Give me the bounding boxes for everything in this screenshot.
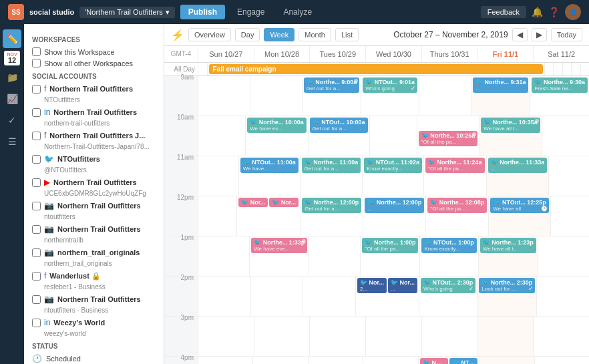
list-btn[interactable]: List (335, 28, 359, 41)
cell-thu-1: 🐦 NTOut... 1:00p Know exactly... (419, 236, 477, 276)
cell-sat-9: 🐦 Northe... 9:30a Fresh-Sale ne... (530, 76, 589, 116)
event-thu-10-1[interactable]: 🐦 Northe... 10:26a "Of all the pa... (419, 131, 478, 146)
event-fri-10[interactable]: 🐦 Northe... 10:35a We have all t... (481, 118, 540, 133)
cell-wed-2: 🐦 Nor... 2... 🐦 Nor... ... (355, 277, 419, 316)
cell-fri-10: 🐦 Northe... 10:35a We have all t... (479, 116, 542, 156)
feedback-button[interactable]: Feedback (481, 6, 526, 18)
event-tue-11[interactable]: 🐦 Northe... 11:00a Get out for a... (302, 158, 361, 173)
cell-sat-12 (550, 196, 589, 236)
cell-tue-9: 🐦 Northe... 9:00a Get out for a... (302, 76, 361, 116)
engage-button[interactable]: Engage (230, 5, 271, 19)
time-4pm: 4pm (164, 353, 198, 364)
event-mon-12-1[interactable]: 🐦 Nor... (238, 198, 268, 207)
workspace-selector[interactable]: 'Northern Trail Outfitters ▾ (79, 7, 174, 18)
event-fri-2[interactable]: 🐦 Northe... 2:30p Look out for ... ✓ (479, 278, 535, 293)
li-icon: in (44, 318, 50, 327)
ig-icon: 📷 (44, 295, 54, 304)
cell-wed-12: 🐦 Northe... 12:00p ... (363, 196, 425, 236)
allday-mon: Fall email campaign (207, 63, 544, 75)
event-thu-2[interactable]: 🐦 NTOut... 2:30p Who's going ✓ (421, 278, 475, 293)
event-fri-11[interactable]: 🐦 Northe... 11:33a ... (488, 158, 548, 173)
event-mon-12-2[interactable]: 🐦 Nor... (269, 198, 299, 207)
cell-sat-2 (536, 277, 589, 316)
event-tue-9-1[interactable]: 🐦 Northe... 9:00a Get out for a... (304, 77, 360, 93)
check-icon[interactable]: ✓ (3, 111, 21, 130)
event-mon-11[interactable]: 🐦 NTOut... 11:00a We have... (240, 158, 299, 173)
event-tue-12[interactable]: 🐦 Northe... 12:00p Get out for a... (302, 198, 361, 213)
user-avatar[interactable]: 👤 (565, 4, 581, 20)
filter-icon[interactable]: ⚡ (171, 29, 184, 41)
event-wed-9[interactable]: 🐦 NTOut... 9:01a Who's going ✓ (363, 77, 417, 93)
time-2pm: 2pm (164, 272, 198, 316)
fall-email-event[interactable]: Fall email campaign (209, 64, 543, 74)
menu-icon[interactable]: ☰ (3, 132, 21, 151)
activity-icon[interactable]: 📈 (3, 89, 21, 108)
folder-icon[interactable]: 📁 (3, 68, 21, 87)
event-thu-4-1[interactable]: 🐦 Nor... ... (420, 358, 448, 364)
event-thu-12[interactable]: 🐦 Northe... 12:08p "Of all the pa... (427, 198, 487, 213)
day-btn[interactable]: Day (235, 28, 260, 41)
analyze-button[interactable]: Analyze (276, 5, 319, 19)
today-btn[interactable]: Today (551, 28, 582, 41)
workspace-show-this[interactable]: Show this Workspace (32, 47, 156, 56)
cell-sun-10 (198, 116, 245, 156)
event-sat-9[interactable]: 🐦 Northe... 9:30a Fresh-Sale ne... (532, 77, 588, 93)
event-wed-1[interactable]: 🐦 Northe... 1:00p "Of all the pa... (362, 238, 418, 253)
cell-mon-12: 🐦 Nor... 🐦 Nor... (236, 196, 300, 236)
event-dot (472, 132, 476, 136)
cell-thu-12: 🐦 Northe... 12:08p "Of all the pa... (425, 196, 488, 236)
cell-sat-11 (548, 156, 589, 196)
month-btn[interactable]: Month (299, 28, 331, 41)
event-fri-12[interactable]: 🐦 NTOut... 12:25p We have all 🕐 (490, 198, 548, 213)
allday-row: All Day Fall email campaign (164, 63, 589, 76)
event-wed-11[interactable]: 🐦 NTOut... 11:02a Know exactly... (364, 158, 422, 173)
event-mon-1[interactable]: 🐦 Northe... 1:33p We have eve... (251, 238, 307, 253)
brand-name: social studio (29, 8, 74, 16)
cell-mon-1: 🐦 Northe... 1:33p We have eve... (249, 236, 309, 276)
event-dot (354, 79, 358, 83)
event-tue-10[interactable]: 🐦 NTOut... 10:00a Get out for a... (310, 118, 368, 133)
event-thu-4-2[interactable]: 🐦 NT... ... (449, 358, 477, 364)
publish-button[interactable]: Publish (180, 5, 225, 19)
cell-sat-10 (542, 116, 589, 156)
event-wed-12[interactable]: 🐦 Northe... 12:00p ... (365, 198, 424, 213)
event-mon-10[interactable]: 🐦 Northe... 10:00a We have ev... (247, 118, 307, 133)
left-panel: WORKSPACES Show this Workspace Show all … (24, 24, 164, 364)
li-icon: in (44, 108, 50, 117)
cell-fri-4 (479, 357, 534, 364)
calendar-icon[interactable]: NOV 12 (4, 51, 20, 65)
allday-sun (198, 63, 207, 75)
cell-thu-10: 🐦 Northe... 10:26a "Of all the pa... (417, 116, 479, 156)
event-wed-2-1[interactable]: 🐦 Nor... 2... (357, 278, 387, 293)
time-1pm: 1pm (164, 232, 198, 276)
cell-sat-4 (534, 357, 589, 364)
help-icon[interactable]: ❓ (548, 7, 560, 17)
col-sat: Sat 11/2 (533, 46, 589, 62)
next-arrow[interactable]: ▶ (532, 28, 547, 41)
overview-btn[interactable]: Overview (188, 28, 231, 41)
cell-sun-4 (198, 357, 252, 364)
event-fri-9-1[interactable]: 🐦 Northe... 9:31a ... (473, 77, 529, 93)
cell-sun-1 (198, 236, 249, 276)
event-thu-11-1[interactable]: 🐦 Northe... 11:24a "Of all the pa... (425, 158, 485, 173)
week-btn[interactable]: Week (264, 28, 294, 41)
ig-icon: 📷 (44, 224, 54, 234)
cell-sun-2 (198, 277, 250, 316)
edit-icon[interactable]: ✏️ (3, 29, 21, 48)
time-row-11am: 11am 🐦 NTOut... 11:00a We have... 🐦 Nort… (164, 156, 589, 196)
cell-sun-12 (198, 196, 236, 236)
col-wed: Wed 10/30 (365, 46, 421, 62)
event-thu-1[interactable]: 🐦 NTOut... 1:00p Know exactly... (421, 238, 476, 253)
event-wed-2-2[interactable]: 🐦 Nor... ... (388, 278, 417, 293)
workspace-show-all[interactable]: Show all other Workspaces (32, 59, 156, 67)
account-row: in Weezy's World weezy's-world (32, 318, 156, 337)
cell-thu-11: 🐦 Northe... 11:24a "Of all the pa... (423, 156, 486, 196)
cell-tue-10: 🐦 NTOut... 10:00a Get out for a... (308, 116, 369, 156)
event-fri-1[interactable]: 🐦 Northe... 1:23p We have all t... (480, 238, 536, 253)
prev-arrow[interactable]: ◀ (512, 28, 528, 41)
account-row: 🐦 NTOutfitters @NTOutfitters (32, 154, 156, 174)
cell-wed-1: 🐦 Northe... 1:00p "Of all the pa... (360, 236, 419, 276)
time-row-12pm: 12pm 🐦 Nor... 🐦 Nor... (164, 196, 589, 236)
allday-thu (562, 63, 572, 75)
bell-icon[interactable]: 🔔 (532, 7, 543, 17)
